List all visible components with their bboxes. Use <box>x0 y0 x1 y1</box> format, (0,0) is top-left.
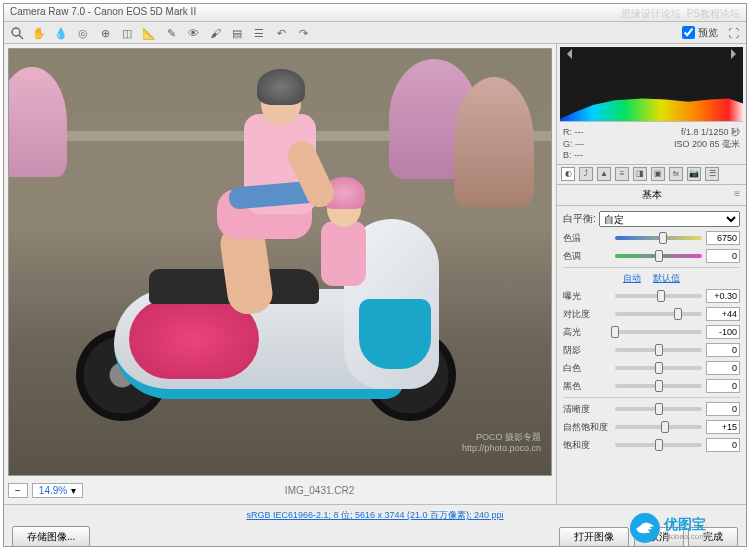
svg-line-1 <box>19 35 23 39</box>
camera-raw-window: Camera Raw 7.0 - Canon EOS 5D Mark II 思缘… <box>3 3 747 547</box>
save-image-button[interactable]: 存储图像... <box>12 526 90 547</box>
open-image-button[interactable]: 打开图像 <box>559 527 629 547</box>
graduated-filter-icon[interactable]: ▤ <box>230 26 244 40</box>
clarity-slider[interactable] <box>615 407 702 411</box>
zoom-bar: − 14.9% ▾ IMG_0431.CR2 <box>8 480 552 500</box>
preview-label: 预览 <box>698 26 718 40</box>
svg-point-0 <box>12 28 20 36</box>
panel-tabs: ◐ ⤴ ▲ ≡ ◨ ▣ fx 📷 ☰ <box>557 165 746 185</box>
saturation-input[interactable] <box>706 438 740 452</box>
tint-label: 色调 <box>563 250 611 263</box>
panel-header: 基本 <box>557 185 746 206</box>
exposure-input[interactable] <box>706 289 740 303</box>
clarity-label: 清晰度 <box>563 403 611 416</box>
shadow-clip-icon[interactable] <box>562 49 572 59</box>
shadows-input[interactable] <box>706 343 740 357</box>
color-sampler-icon[interactable]: ◎ <box>76 26 90 40</box>
zoom-value[interactable]: 14.9% ▾ <box>32 483 83 498</box>
highlights-label: 高光 <box>563 326 611 339</box>
histogram <box>560 47 743 122</box>
wb-select[interactable]: 自定 <box>599 211 740 227</box>
spot-removal-icon[interactable]: ✎ <box>164 26 178 40</box>
shadows-slider[interactable] <box>615 348 702 352</box>
exposure-label: 曝光 <box>563 290 611 303</box>
rotate-ccw-icon[interactable]: ↶ <box>274 26 288 40</box>
tab-hsl[interactable]: ≡ <box>615 167 629 181</box>
cancel-button[interactable]: 取消 <box>634 527 684 547</box>
saturation-slider[interactable] <box>615 443 702 447</box>
adjustments-panel: R: ---f/1.8 1/1250 秒 G: ---ISO 200 85 毫米… <box>556 44 746 504</box>
wb-tool-icon[interactable]: 💧 <box>54 26 68 40</box>
file-name: IMG_0431.CR2 <box>87 485 552 496</box>
contrast-input[interactable] <box>706 307 740 321</box>
saturation-label: 饱和度 <box>563 439 611 452</box>
tab-basic[interactable]: ◐ <box>561 167 575 181</box>
tint-input[interactable] <box>706 249 740 263</box>
whites-label: 白色 <box>563 362 611 375</box>
rotate-cw-icon[interactable]: ↷ <box>296 26 310 40</box>
straighten-tool-icon[interactable]: 📐 <box>142 26 156 40</box>
tab-split[interactable]: ◨ <box>633 167 647 181</box>
fullscreen-icon[interactable]: ⛶ <box>726 26 740 40</box>
workflow-link[interactable]: sRGB IEC61966-2.1; 8 位; 5616 x 3744 (21.… <box>12 509 738 522</box>
vibrance-input[interactable] <box>706 420 740 434</box>
bottom-bar: sRGB IEC61966-2.1; 8 位; 5616 x 3744 (21.… <box>4 504 746 546</box>
default-link[interactable]: 默认值 <box>653 273 680 283</box>
target-adjust-icon[interactable]: ⊕ <box>98 26 112 40</box>
exif-readout: R: ---f/1.8 1/1250 秒 G: ---ISO 200 85 毫米… <box>557 125 746 165</box>
prefs-icon[interactable]: ☰ <box>252 26 266 40</box>
toolbar: ✋ 💧 ◎ ⊕ ◫ 📐 ✎ 👁 🖌 ▤ ☰ ↶ ↷ 预览 ⛶ <box>4 22 746 44</box>
redeye-tool-icon[interactable]: 👁 <box>186 26 200 40</box>
highlights-input[interactable] <box>706 325 740 339</box>
auto-link[interactable]: 自动 <box>623 273 641 283</box>
preview-pane: POCO 摄影专题http://photo.poco.cn − 14.9% ▾ … <box>4 44 556 504</box>
temp-label: 色温 <box>563 232 611 245</box>
wb-label: 白平衡: <box>563 212 599 226</box>
blacks-input[interactable] <box>706 379 740 393</box>
hand-tool-icon[interactable]: ✋ <box>32 26 46 40</box>
adjustment-brush-icon[interactable]: 🖌 <box>208 26 222 40</box>
tint-slider[interactable] <box>615 254 702 258</box>
tab-fx[interactable]: fx <box>669 167 683 181</box>
blacks-slider[interactable] <box>615 384 702 388</box>
poco-watermark: POCO 摄影专题http://photo.poco.cn <box>462 432 541 455</box>
vibrance-slider[interactable] <box>615 425 702 429</box>
tab-detail[interactable]: ▲ <box>597 167 611 181</box>
whites-input[interactable] <box>706 361 740 375</box>
highlight-clip-icon[interactable] <box>731 49 741 59</box>
shadows-label: 阴影 <box>563 344 611 357</box>
temp-slider[interactable] <box>615 236 702 240</box>
zoom-out-button[interactable]: − <box>8 483 28 498</box>
image-canvas[interactable]: POCO 摄影专题http://photo.poco.cn <box>8 48 552 476</box>
tab-lens[interactable]: ▣ <box>651 167 665 181</box>
top-watermark: 思缘设计论坛 PS教程论坛 <box>621 7 740 21</box>
tab-presets[interactable]: ☰ <box>705 167 719 181</box>
whites-slider[interactable] <box>615 366 702 370</box>
window-title: Camera Raw 7.0 - Canon EOS 5D Mark II <box>10 6 196 17</box>
contrast-label: 对比度 <box>563 308 611 321</box>
vibrance-label: 自然饱和度 <box>563 421 611 434</box>
exposure-slider[interactable] <box>615 294 702 298</box>
tab-camera[interactable]: 📷 <box>687 167 701 181</box>
crop-tool-icon[interactable]: ◫ <box>120 26 134 40</box>
clarity-input[interactable] <box>706 402 740 416</box>
preview-checkbox[interactable]: 预览 <box>682 26 718 40</box>
temp-input[interactable] <box>706 231 740 245</box>
blacks-label: 黑色 <box>563 380 611 393</box>
done-button[interactable]: 完成 <box>688 527 738 547</box>
highlights-slider[interactable] <box>615 330 702 334</box>
tab-curve[interactable]: ⤴ <box>579 167 593 181</box>
contrast-slider[interactable] <box>615 312 702 316</box>
zoom-tool-icon[interactable] <box>10 26 24 40</box>
